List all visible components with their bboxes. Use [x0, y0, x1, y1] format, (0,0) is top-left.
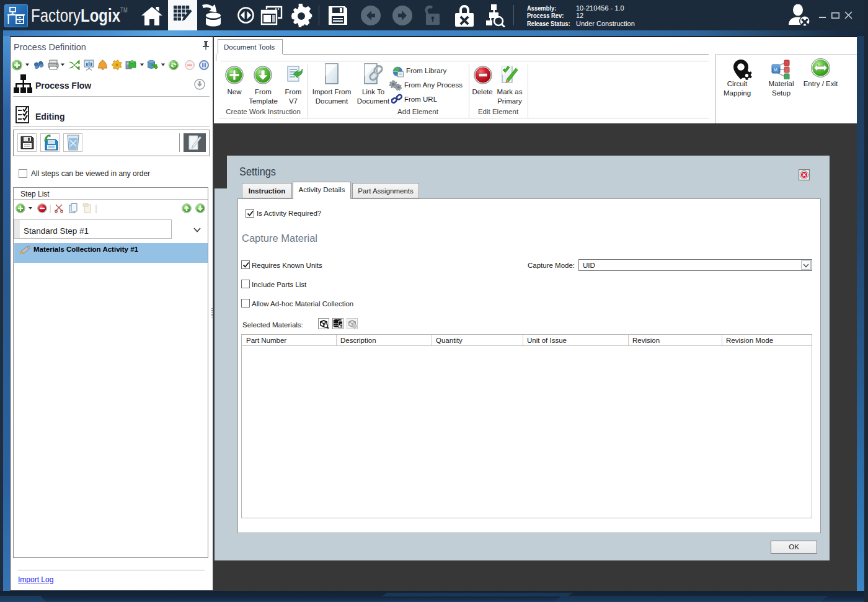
svg-text:M: M: [774, 68, 777, 72]
